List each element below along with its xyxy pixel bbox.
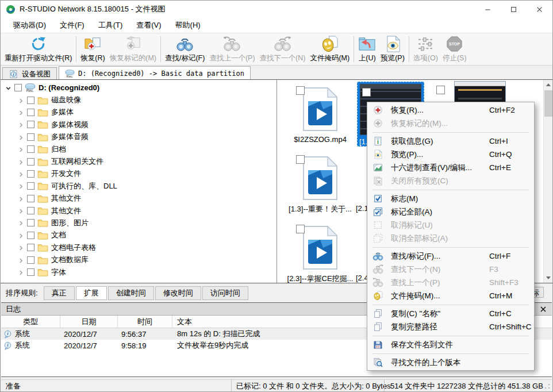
- file-checkbox[interactable]: [436, 86, 445, 94]
- tree-item-checkbox[interactable]: [27, 232, 34, 239]
- ctx-recover[interactable]: 恢复(R)...Ctrl+F2: [367, 103, 534, 117]
- tree-item-checkbox[interactable]: [27, 109, 34, 116]
- menu-drives[interactable]: 驱动器(D): [6, 18, 53, 32]
- file-checkbox[interactable]: [296, 155, 305, 164]
- ctx-preview[interactable]: 预览(P)...Ctrl+Q: [367, 148, 534, 161]
- log-column-header[interactable]: 类型: [1, 316, 60, 328]
- ctx-find-prev-version[interactable]: 寻找文件的上个版本: [367, 356, 534, 369]
- tree-item-checkbox[interactable]: [27, 182, 34, 190]
- tree-item-folder[interactable]: 其他文件: [1, 205, 276, 217]
- file-tile[interactable]: [2.3]--掌握CE挖掘...: [285, 221, 356, 284]
- tree-item-checkbox[interactable]: [27, 256, 34, 264]
- reopen-drive-button[interactable]: 重新打开驱动文件(R): [2, 34, 74, 64]
- tree-item-checkbox[interactable]: [27, 133, 34, 141]
- ctx-find-mark[interactable]: 查找/标记(F)...Ctrl+F: [367, 249, 534, 263]
- log-column-header[interactable]: 时间: [118, 316, 172, 328]
- vertical-scrollbar[interactable]: [543, 80, 553, 283]
- tree-item-folder[interactable]: 图形、图片: [1, 217, 276, 229]
- sort-tab-real[interactable]: 真正: [44, 286, 75, 300]
- tree-item-checkbox[interactable]: [27, 207, 34, 214]
- tree-item-folder[interactable]: 磁盘映像: [1, 94, 276, 106]
- tree-item-checkbox[interactable]: [27, 97, 34, 104]
- tree-item-folder[interactable]: 归档: [1, 143, 276, 155]
- up-button[interactable]: 上(U): [356, 34, 378, 64]
- tree-item-folder[interactable]: 字体: [1, 266, 276, 278]
- tree-item-folder[interactable]: 多媒体视频: [1, 118, 276, 130]
- ctx-copy-full-path[interactable]: 复制完整路径Ctrl+Shift+C: [367, 320, 534, 333]
- file-checkbox[interactable]: [296, 86, 305, 95]
- ctx-mark[interactable]: 标志(M): [367, 192, 534, 205]
- log-column-header[interactable]: 日期: [60, 316, 118, 328]
- find-mark-button[interactable]: 查找/标记(F): [163, 34, 207, 64]
- tree-item-folder[interactable]: 其他文件: [1, 193, 276, 205]
- ctx-copy-name[interactable]: 复制(C) "名称"Ctrl+C: [367, 307, 534, 320]
- tree-root-checkbox[interactable]: [14, 84, 22, 91]
- tree-item-folder[interactable]: 多媒体: [1, 106, 276, 118]
- disk-rec-icon: Rec.: [25, 83, 36, 93]
- tree-item-checkbox[interactable]: [27, 121, 34, 128]
- ctx-save-filenames[interactable]: 保存文件名到文件: [367, 338, 534, 351]
- tree-item-folder[interactable]: 文档: [1, 229, 276, 241]
- tab-device-view[interactable]: i设备视图: [2, 67, 57, 80]
- menu-file[interactable]: 文件(F): [53, 18, 91, 32]
- chevron-right-icon[interactable]: [18, 257, 24, 263]
- scroll-down-icon[interactable]: [544, 273, 553, 283]
- ctx-file-mask[interactable]: 文件掩码(M)...Ctrl+M: [367, 289, 534, 302]
- chevron-down-icon[interactable]: [5, 84, 11, 91]
- tree-item-folder[interactable]: 可执行的、库、DLL: [1, 180, 276, 192]
- maximize-button[interactable]: [501, 1, 527, 18]
- chevron-right-icon[interactable]: [18, 171, 24, 177]
- scrollbar-thumb[interactable]: [544, 90, 552, 117]
- close-button[interactable]: [527, 1, 552, 18]
- minimize-button[interactable]: [475, 1, 501, 18]
- chevron-right-icon[interactable]: [18, 195, 24, 202]
- sort-tab-accessed[interactable]: 访问时间: [202, 286, 248, 300]
- chevron-right-icon[interactable]: [18, 159, 24, 165]
- chevron-right-icon[interactable]: [18, 244, 24, 251]
- sort-tab-created[interactable]: 创建时间: [108, 286, 154, 300]
- file-tile[interactable]: $I2ZSZOG.mp4: [285, 82, 356, 144]
- tree-item-folder[interactable]: 文档电子表格: [1, 241, 276, 253]
- preview-button[interactable]: 预览(P): [378, 34, 407, 64]
- resize-grip[interactable]: [544, 383, 550, 389]
- tree-item-folder[interactable]: 文档数据库: [1, 253, 276, 266]
- file-checkbox[interactable]: [296, 225, 305, 233]
- tab-partition[interactable]: Rec.D: (Recognized0) -> Basic data parti…: [59, 66, 251, 80]
- ctx-get-info[interactable]: i获取信息(G)Ctrl+I: [367, 134, 534, 148]
- chevron-right-icon[interactable]: [18, 134, 24, 140]
- file-tile[interactable]: [1.3]--重要！关于...: [285, 151, 356, 214]
- chevron-right-icon[interactable]: [18, 220, 24, 226]
- chevron-right-icon[interactable]: [18, 183, 24, 189]
- find-next-button: 查找下一个(N): [258, 34, 308, 64]
- tree-item-checkbox[interactable]: [27, 244, 34, 251]
- tree-item-checkbox[interactable]: [27, 170, 34, 178]
- tree-item-folder[interactable]: 开发文件: [1, 168, 276, 180]
- tree-item-folder[interactable]: 多媒体音频: [1, 131, 276, 143]
- tree-item-folder[interactable]: 互联网相关文件: [1, 155, 276, 167]
- sort-tab-extension[interactable]: 扩展: [76, 286, 107, 300]
- tree-item-checkbox[interactable]: [27, 158, 34, 166]
- chevron-right-icon[interactable]: [18, 269, 24, 275]
- menu-view[interactable]: 查看(V): [129, 18, 168, 32]
- recover-button[interactable]: 恢复(R): [78, 34, 107, 64]
- file-mask-button[interactable]: 文件掩码(M): [308, 34, 352, 64]
- chevron-right-icon[interactable]: [18, 109, 24, 116]
- tree-root-row[interactable]: Rec.D: (Recognized0): [1, 82, 276, 94]
- tree-item-checkbox[interactable]: [27, 195, 34, 202]
- log-close-icon[interactable]: [539, 305, 547, 313]
- ctx-hex-view[interactable]: 十六进制查看(V)/编辑...Ctrl+E: [367, 161, 534, 174]
- sort-tab-modified[interactable]: 修改时间: [155, 286, 201, 300]
- tree-item-checkbox[interactable]: [27, 145, 34, 153]
- chevron-right-icon[interactable]: [18, 121, 24, 128]
- menu-tools[interactable]: 工具(T): [91, 18, 130, 32]
- chevron-right-icon[interactable]: [18, 207, 24, 214]
- ctx-mark-all[interactable]: 标记全部(A): [367, 205, 534, 218]
- chevron-right-icon[interactable]: [18, 97, 24, 103]
- tree-item-checkbox[interactable]: [27, 268, 34, 276]
- scroll-up-icon[interactable]: [544, 80, 553, 90]
- tree-item-checkbox[interactable]: [27, 219, 34, 226]
- file-checkbox[interactable]: [362, 88, 371, 97]
- chevron-right-icon[interactable]: [18, 146, 24, 152]
- menu-help[interactable]: 帮助(H): [168, 18, 208, 32]
- chevron-right-icon[interactable]: [18, 232, 24, 239]
